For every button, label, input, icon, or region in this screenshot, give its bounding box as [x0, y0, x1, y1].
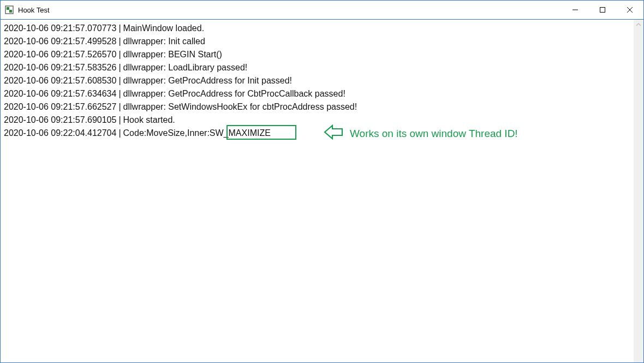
log-message: dllwrapper: BEGIN Start(): [123, 48, 222, 61]
minimize-button[interactable]: [562, 1, 589, 19]
log-timestamp: 2020-10-06 09:21:57.070773: [4, 22, 116, 35]
maximize-button[interactable]: [589, 1, 616, 19]
scroll-up-icon[interactable]: [634, 20, 643, 29]
log-message: dllwrapper: GetProcAddress for Init pass…: [123, 74, 292, 87]
client-area: 2020-10-06 09:21:57.070773 | MainWindow …: [1, 20, 643, 362]
log-message: MainWindow loaded.: [123, 22, 205, 35]
log-separator: |: [116, 87, 123, 100]
log-line: 2020-10-06 09:21:57.690105 | Hook starte…: [4, 114, 630, 127]
titlebar[interactable]: Hook Test: [1, 1, 643, 20]
log-timestamp: 2020-10-06 09:21:57.526570: [4, 48, 116, 61]
log-message: dllwrapper: Init called: [123, 35, 205, 48]
log-timestamp: 2020-10-06 09:21:57.583526: [4, 61, 116, 74]
log-line: 2020-10-06 09:21:57.499528 | dllwrapper:…: [4, 35, 630, 48]
log-area[interactable]: 2020-10-06 09:21:57.070773 | MainWindow …: [1, 20, 634, 362]
log-separator: |: [116, 100, 123, 114]
log-separator: |: [116, 74, 123, 87]
log-timestamp: 2020-10-06 09:21:57.690105: [4, 114, 116, 127]
log-separator: |: [116, 35, 123, 48]
log-separator: |: [116, 114, 123, 127]
svg-rect-4: [600, 8, 605, 13]
log-message: dllwrapper: GetProcAddress for CbtProcCa…: [123, 87, 345, 100]
svg-rect-2: [9, 10, 12, 13]
window-controls: [562, 1, 643, 19]
log-line: 2020-10-06 09:21:57.070773 | MainWindow …: [4, 22, 630, 35]
app-window: Hook Test 2020-10-06 09:21:57.070773 | M…: [0, 0, 644, 363]
log-separator: |: [116, 61, 123, 74]
app-icon: [5, 5, 14, 14]
vertical-scrollbar[interactable]: [634, 20, 643, 362]
svg-rect-1: [7, 7, 9, 10]
window-title: Hook Test: [18, 6, 562, 14]
log-line: 2020-10-06 09:21:57.526570 | dllwrapper:…: [4, 48, 630, 61]
log-separator: |: [116, 48, 123, 61]
log-timestamp: 2020-10-06 09:21:57.662527: [4, 100, 116, 114]
log-line: 2020-10-06 09:21:57.583526 | dllwrapper:…: [4, 61, 630, 74]
log-message: Hook started.: [123, 114, 175, 127]
log-line: 2020-10-06 09:21:57.608530 | dllwrapper:…: [4, 74, 630, 87]
log-message: dllwrapper: LoadLibrary passed!: [123, 61, 248, 74]
log-separator: |: [116, 22, 123, 35]
log-timestamp: 2020-10-06 09:21:57.608530: [4, 74, 116, 87]
close-button[interactable]: [616, 1, 643, 19]
log-timestamp: 2020-10-06 09:22:04.412704: [4, 127, 116, 140]
log-line: 2020-10-06 09:22:04.412704 | Code:MoveSi…: [4, 127, 630, 140]
log-message: Code:MoveSize,Inner:SW_MAXIMIZE: [123, 127, 271, 140]
log-separator: |: [116, 127, 123, 140]
log-timestamp: 2020-10-06 09:21:57.499528: [4, 35, 116, 48]
log-line: 2020-10-06 09:21:57.662527 | dllwrapper:…: [4, 100, 630, 114]
log-message: dllwrapper: SetWindowsHookEx for cbtProc…: [123, 100, 357, 114]
log-line: 2020-10-06 09:21:57.634634 | dllwrapper:…: [4, 87, 630, 100]
log-timestamp: 2020-10-06 09:21:57.634634: [4, 87, 116, 100]
